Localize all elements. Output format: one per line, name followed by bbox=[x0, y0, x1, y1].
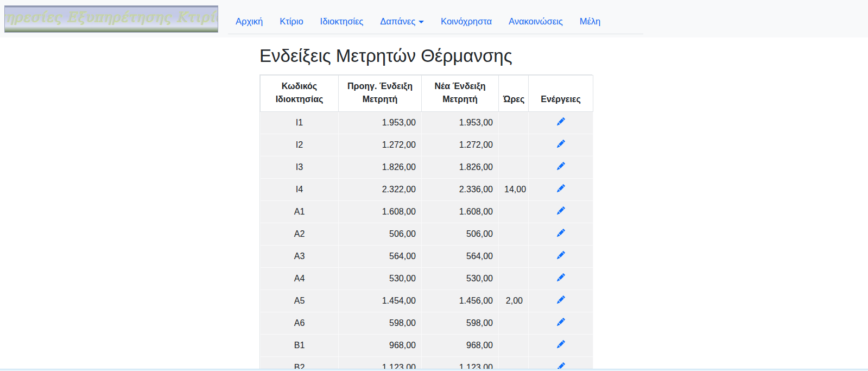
property-code-cell: I4 bbox=[261, 178, 339, 200]
nav-link-common-charges[interactable]: Κοινόχρηστα bbox=[441, 16, 492, 26]
site-logo-text: Υπηρεσίες Εξυπηρέτησης Κτιρίων bbox=[4, 9, 218, 28]
pencil-icon bbox=[557, 162, 565, 170]
previous-reading-cell: 506,00 bbox=[339, 223, 422, 245]
table-row: I4 2.322,00 2.336,00 14,00 bbox=[261, 178, 593, 200]
nav-link-expenses-label: Δαπάνες bbox=[380, 16, 415, 26]
hours-cell bbox=[499, 200, 529, 223]
table-row: I2 1.272,00 1.272,00 bbox=[261, 134, 593, 156]
hours-cell bbox=[499, 156, 529, 178]
previous-reading-cell: 1.953,00 bbox=[339, 111, 422, 134]
table-row: A3 564,00 564,00 bbox=[261, 245, 593, 267]
edit-reading-button[interactable] bbox=[557, 273, 565, 281]
pencil-icon bbox=[557, 117, 565, 125]
pencil-icon bbox=[557, 295, 565, 304]
nav-link-announcements[interactable]: Ανακοινώσεις bbox=[509, 16, 563, 26]
table-row: A1 1.608,00 1.608,00 bbox=[261, 200, 593, 223]
nav-link-properties[interactable]: Ιδιοκτησίες bbox=[320, 16, 364, 26]
actions-cell bbox=[529, 267, 593, 290]
previous-reading-cell: 968,00 bbox=[339, 334, 422, 356]
nav-item-properties[interactable]: Ιδιοκτησίες bbox=[320, 16, 364, 27]
edit-reading-button[interactable] bbox=[557, 229, 565, 237]
column-header-new-reading: Νέα Ένδειξη Μετρητή bbox=[422, 75, 499, 111]
new-reading-cell: 1.456,00 bbox=[422, 290, 499, 312]
pencil-icon bbox=[557, 184, 565, 192]
hours-cell: 2,00 bbox=[499, 290, 529, 312]
top-bar: Υπηρεσίες Εξυπηρέτησης Κτιρίων Αρχική Κτ… bbox=[0, 0, 868, 37]
edit-reading-button[interactable] bbox=[557, 162, 565, 170]
pencil-icon bbox=[557, 340, 565, 348]
edit-reading-button[interactable] bbox=[557, 117, 565, 125]
actions-cell bbox=[529, 111, 593, 134]
new-reading-cell: 968,00 bbox=[422, 334, 499, 356]
hours-cell bbox=[499, 312, 529, 334]
hours-cell bbox=[499, 334, 529, 356]
pencil-icon bbox=[557, 229, 565, 237]
table-row: I3 1.826,00 1.826,00 bbox=[261, 156, 593, 178]
nav-link-home[interactable]: Αρχική bbox=[236, 16, 263, 26]
previous-reading-cell: 2.322,00 bbox=[339, 178, 422, 200]
edit-reading-button[interactable] bbox=[557, 318, 565, 326]
hours-cell: 14,00 bbox=[499, 178, 529, 200]
column-header-previous-reading: Προηγ. Ένδειξη Μετρητή bbox=[339, 75, 422, 111]
previous-reading-cell: 1.272,00 bbox=[339, 134, 422, 156]
new-reading-cell: 1.826,00 bbox=[422, 156, 499, 178]
edit-reading-button[interactable] bbox=[557, 206, 565, 215]
nav-item-common-charges[interactable]: Κοινόχρηστα bbox=[441, 16, 492, 27]
nav-item-announcements[interactable]: Ανακοινώσεις bbox=[509, 16, 563, 27]
previous-reading-cell: 598,00 bbox=[339, 312, 422, 334]
new-reading-cell: 530,00 bbox=[422, 267, 499, 290]
nav-item-building[interactable]: Κτίριο bbox=[280, 16, 303, 27]
edit-reading-button[interactable] bbox=[557, 340, 565, 348]
main-nav: Αρχική Κτίριο Ιδιοκτησίες Δαπάνες Κοινόχ… bbox=[228, 16, 643, 34]
property-code-cell: A4 bbox=[261, 267, 339, 290]
table-row: B1 968,00 968,00 bbox=[261, 334, 593, 356]
main-content: Ενδείξεις Μετρητών Θέρμανσης Κωδικός Ιδι… bbox=[0, 37, 868, 371]
edit-reading-button[interactable] bbox=[557, 140, 565, 148]
actions-cell bbox=[529, 178, 593, 200]
nav-item-members[interactable]: Μέλη bbox=[580, 16, 601, 27]
property-code-cell: A2 bbox=[261, 223, 339, 245]
previous-reading-cell: 1.608,00 bbox=[339, 200, 422, 223]
new-reading-cell: 1.272,00 bbox=[422, 134, 499, 156]
chevron-down-icon bbox=[419, 21, 424, 23]
previous-reading-cell: 1.454,00 bbox=[339, 290, 422, 312]
actions-cell bbox=[529, 245, 593, 267]
hours-cell bbox=[499, 245, 529, 267]
hours-cell bbox=[499, 111, 529, 134]
page-title: Ενδείξεις Μετρητών Θέρμανσης bbox=[259, 45, 868, 67]
table-row: A6 598,00 598,00 bbox=[261, 312, 593, 334]
column-header-actions: Ενέργειες bbox=[529, 75, 593, 111]
property-code-cell: A5 bbox=[261, 290, 339, 312]
pencil-icon bbox=[557, 318, 565, 326]
nav-item-home[interactable]: Αρχική bbox=[236, 16, 263, 27]
actions-cell bbox=[529, 223, 593, 245]
new-reading-cell: 2.336,00 bbox=[422, 178, 499, 200]
column-header-property-code: Κωδικός Ιδιοκτησίας bbox=[261, 75, 339, 111]
edit-reading-button[interactable] bbox=[557, 184, 565, 192]
property-code-cell: I3 bbox=[261, 156, 339, 178]
previous-reading-cell: 530,00 bbox=[339, 267, 422, 290]
nav-item-expenses-dropdown[interactable]: Δαπάνες bbox=[380, 16, 424, 27]
nav-link-building[interactable]: Κτίριο bbox=[280, 16, 303, 26]
property-code-cell: A1 bbox=[261, 200, 339, 223]
site-logo[interactable]: Υπηρεσίες Εξυπηρέτησης Κτιρίων bbox=[4, 5, 218, 33]
actions-cell bbox=[529, 200, 593, 223]
actions-cell bbox=[529, 312, 593, 334]
actions-cell bbox=[529, 156, 593, 178]
new-reading-cell: 1.953,00 bbox=[422, 111, 499, 134]
nav-link-expenses[interactable]: Δαπάνες bbox=[380, 16, 424, 26]
property-code-cell: A3 bbox=[261, 245, 339, 267]
property-code-cell: I1 bbox=[261, 111, 339, 134]
new-reading-cell: 598,00 bbox=[422, 312, 499, 334]
property-code-cell: A6 bbox=[261, 312, 339, 334]
edit-reading-button[interactable] bbox=[557, 295, 565, 304]
new-reading-cell: 506,00 bbox=[422, 223, 499, 245]
table-header-row: Κωδικός Ιδιοκτησίας Προηγ. Ένδειξη Μετρη… bbox=[261, 75, 593, 111]
table-row: A2 506,00 506,00 bbox=[261, 223, 593, 245]
hours-cell bbox=[499, 267, 529, 290]
hours-cell bbox=[499, 223, 529, 245]
nav-link-members[interactable]: Μέλη bbox=[580, 16, 601, 26]
pencil-icon bbox=[557, 251, 565, 259]
table-row: A4 530,00 530,00 bbox=[261, 267, 593, 290]
edit-reading-button[interactable] bbox=[557, 251, 565, 259]
